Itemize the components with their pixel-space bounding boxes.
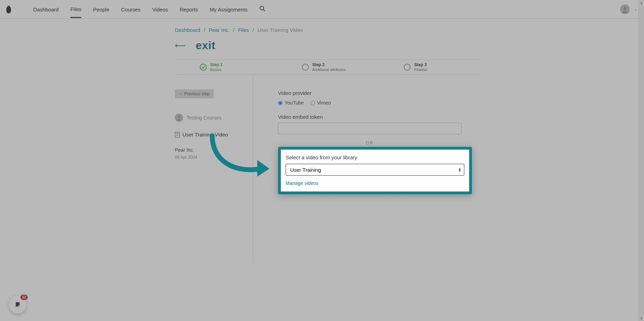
nav-courses[interactable]: Courses: [121, 1, 141, 17]
step-sub: Additional attributes: [312, 68, 346, 72]
step-num: Step 1: [210, 62, 223, 67]
crumb-sep: /: [204, 27, 205, 33]
sidebar-date: 08 Apr 2024: [175, 155, 247, 160]
nav-videos[interactable]: Videos: [152, 1, 168, 17]
logo-icon: [5, 4, 12, 15]
step-1[interactable]: Step 1 Basics: [175, 60, 277, 74]
step-num: Step 2: [312, 62, 346, 67]
form-panel: Video provider YouTube Vimeo Video embed…: [253, 75, 585, 262]
nav-people[interactable]: People: [93, 1, 109, 17]
svg-point-0: [260, 6, 264, 10]
or-separator: OR: [278, 141, 462, 145]
step-done-icon: [200, 64, 207, 71]
step-sub: Finalise: [414, 68, 427, 72]
crumb-files[interactable]: Files: [238, 27, 249, 33]
scrollbar[interactable]: ▲ ▼: [638, 0, 644, 321]
radio-vimeo[interactable]: Vimeo: [311, 100, 331, 106]
step-3[interactable]: Step 3 Finalise: [379, 60, 481, 74]
svg-line-1: [263, 10, 265, 11]
crumb-dashboard[interactable]: Dashboard: [175, 27, 200, 33]
svg-point-3: [178, 116, 180, 118]
search-icon[interactable]: [259, 6, 266, 13]
avatar-icon: [620, 5, 630, 14]
sidebar-file-name: User Training Video: [182, 132, 228, 137]
sidebar-user-name: Testing Courses: [187, 115, 221, 121]
svg-point-2: [624, 7, 626, 10]
step-2[interactable]: Step 2 Additional attributes: [277, 60, 379, 74]
help-widget[interactable]: 22: [9, 296, 26, 313]
provider-radios: YouTube Vimeo: [278, 100, 578, 106]
step-sub: Basics: [210, 68, 223, 72]
library-highlight-panel: Select a video from your library User Tr…: [278, 147, 472, 194]
radio-youtube[interactable]: YouTube: [278, 100, 304, 106]
token-label: Video embed token: [278, 114, 578, 120]
crumb-org[interactable]: Pear Inc.: [209, 27, 230, 33]
user-menu[interactable]: ⌄: [620, 5, 637, 14]
left-sidebar: ← Previous step Testing Courses User Tra…: [175, 75, 253, 262]
file-icon: [175, 132, 180, 137]
scroll-down-icon[interactable]: ▼: [639, 315, 644, 321]
nav-reports[interactable]: Reports: [180, 1, 198, 17]
radio-label: YouTube: [285, 100, 304, 106]
token-input[interactable]: [278, 123, 462, 134]
crumb-current: User Training Video: [258, 27, 303, 33]
radio-label: Vimeo: [317, 100, 331, 106]
steps-bar: Step 1 Basics Step 2 Additional attribut…: [175, 60, 481, 75]
chevron-down-icon: ⌄: [634, 7, 637, 11]
sidebar-file: User Training Video: [175, 132, 247, 137]
crumb-sep: /: [233, 27, 234, 33]
nav-links: Dashboard Files People Courses Videos Re…: [33, 1, 248, 18]
step-circle-icon: [404, 64, 411, 71]
nav-dashboard[interactable]: Dashboard: [33, 1, 59, 17]
scroll-up-icon[interactable]: ▲: [639, 0, 644, 6]
previous-step-button[interactable]: ← Previous step: [175, 89, 214, 98]
radio-input[interactable]: [278, 101, 283, 105]
avatar-icon: [175, 114, 183, 122]
radio-input[interactable]: [311, 101, 315, 105]
step-num: Step 3: [414, 62, 427, 67]
step-circle-icon: [302, 64, 309, 71]
library-label: Select a video from your library: [286, 154, 464, 160]
manage-videos-link[interactable]: Manage videos: [286, 180, 319, 186]
sidebar-user: Testing Courses: [175, 114, 247, 122]
crumb-sep: /: [252, 27, 254, 33]
nav-files[interactable]: Files: [70, 1, 81, 18]
help-widget-icon: [14, 301, 21, 309]
page-title: exit: [196, 39, 215, 52]
top-nav: Dashboard Files People Courses Videos Re…: [0, 0, 644, 19]
breadcrumb: Dashboard / Pear Inc. / Files / User Tra…: [175, 27, 585, 33]
help-badge: 22: [20, 295, 28, 300]
provider-label: Video provider: [278, 90, 578, 96]
back-arrow-icon[interactable]: ⟵: [175, 41, 186, 50]
sidebar-org: Pear Inc.: [175, 147, 247, 153]
nav-my-assignments[interactable]: My Assignments: [210, 1, 248, 17]
library-select[interactable]: User Training: [286, 164, 464, 176]
